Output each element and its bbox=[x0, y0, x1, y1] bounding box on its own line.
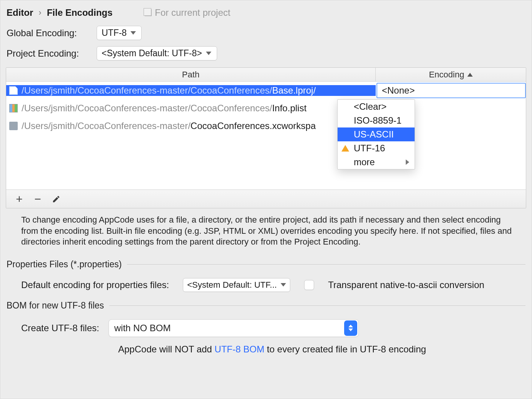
encoding-option-usascii[interactable]: US-ASCII bbox=[338, 127, 415, 141]
warning-icon bbox=[341, 145, 349, 152]
encoding-table: Path Encoding /Users/jsmith/CocoaConfere… bbox=[6, 67, 526, 208]
remove-button[interactable] bbox=[32, 193, 44, 205]
properties-default-encoding-combo[interactable]: <System Default: UTF... bbox=[183, 278, 290, 292]
properties-default-encoding-label: Default encoding for properties files: bbox=[21, 280, 169, 290]
select-stepper-icon bbox=[344, 320, 357, 336]
path-dir: /Users/jsmith/CocoaConferences-master/Co… bbox=[22, 103, 272, 113]
row-encoding-combo[interactable]: <None> bbox=[376, 83, 526, 98]
table-row[interactable]: /Users/jsmith/CocoaConferences-master/Co… bbox=[6, 117, 526, 135]
column-header-path[interactable]: Path bbox=[6, 68, 376, 81]
properties-section-legend: Properties Files (*.properties) bbox=[7, 259, 122, 270]
path-name: Info.plist bbox=[272, 103, 306, 113]
breadcrumb-page: File Encodings bbox=[47, 7, 113, 18]
chevron-right-icon bbox=[406, 159, 409, 165]
global-encoding-value: UTF-8 bbox=[102, 28, 127, 38]
plist-icon bbox=[9, 104, 18, 112]
folder-icon bbox=[9, 122, 18, 130]
add-button[interactable] bbox=[13, 193, 25, 205]
encoding-option-utf16-label: UTF-16 bbox=[354, 143, 385, 154]
properties-default-encoding-value: <System Default: UTF... bbox=[187, 280, 277, 290]
column-header-encoding-label: Encoding bbox=[429, 70, 464, 80]
project-encoding-label: Project Encoding: bbox=[7, 48, 87, 59]
global-encoding-combo[interactable]: UTF-8 bbox=[97, 26, 142, 40]
encoding-option-clear[interactable]: <Clear> bbox=[338, 100, 415, 114]
bom-section-legend: BOM for new UTF-8 files bbox=[7, 300, 104, 311]
project-encoding-value: <System Default: UTF-8> bbox=[102, 48, 202, 59]
create-utf8-select[interactable]: with NO BOM bbox=[109, 319, 359, 337]
chevron-down-icon bbox=[206, 52, 211, 55]
create-utf8-label: Create UTF-8 files: bbox=[21, 323, 99, 334]
breadcrumb-editor[interactable]: Editor bbox=[7, 7, 33, 18]
separator bbox=[109, 305, 525, 306]
project-scope-icon bbox=[145, 9, 152, 16]
chevron-down-icon bbox=[281, 283, 286, 287]
table-row[interactable]: /Users/jsmith/CocoaConferences-master/Co… bbox=[6, 99, 526, 117]
path-dir: /Users/jsmith/CocoaConferences-master/ bbox=[22, 121, 191, 131]
encoding-option-more[interactable]: more bbox=[338, 155, 415, 169]
scope-label: For current project bbox=[155, 7, 230, 18]
chevron-right-icon: › bbox=[38, 8, 41, 18]
encoding-option-utf16[interactable]: UTF-16 bbox=[338, 141, 415, 155]
sort-ascending-icon bbox=[467, 73, 473, 77]
scope-indicator: For current project bbox=[145, 7, 230, 18]
separator bbox=[127, 264, 525, 265]
help-text: To change encoding AppCode uses for a fi… bbox=[0, 208, 532, 251]
encoding-dropdown: <Clear> ISO-8859-1 US-ASCII UTF-16 more bbox=[337, 99, 415, 169]
file-icon bbox=[9, 86, 18, 95]
breadcrumb: Editor › File Encodings For current proj… bbox=[0, 0, 532, 18]
chevron-down-icon bbox=[130, 31, 136, 35]
path-name: Base.lproj/ bbox=[272, 85, 316, 96]
path-dir: /Users/jsmith/CocoaConferences-master/Co… bbox=[22, 85, 272, 96]
path-name: CocoaConferences.xcworkspa bbox=[191, 121, 316, 131]
create-utf8-value: with NO BOM bbox=[114, 323, 171, 334]
utf8-bom-link[interactable]: UTF-8 BOM bbox=[214, 344, 264, 354]
global-encoding-label: Global Encoding: bbox=[7, 28, 87, 39]
column-header-encoding[interactable]: Encoding bbox=[376, 68, 526, 81]
native-to-ascii-label: Transparent native-to-ascii conversion bbox=[328, 280, 484, 290]
bom-note: AppCode will NOT add UTF-8 BOM to every … bbox=[7, 337, 525, 355]
table-row[interactable]: /Users/jsmith/CocoaConferences-master/Co… bbox=[6, 82, 526, 99]
native-to-ascii-checkbox[interactable] bbox=[304, 280, 314, 290]
row-encoding-value: <None> bbox=[382, 85, 415, 96]
edit-button[interactable] bbox=[50, 193, 62, 205]
project-encoding-combo[interactable]: <System Default: UTF-8> bbox=[97, 46, 217, 60]
encoding-option-iso88591[interactable]: ISO-8859-1 bbox=[338, 114, 415, 127]
encoding-option-more-label: more bbox=[354, 157, 375, 168]
